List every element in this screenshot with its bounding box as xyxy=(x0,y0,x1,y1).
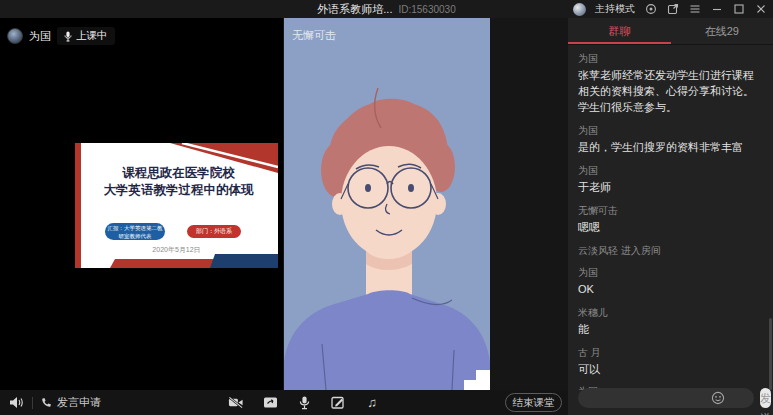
chat-message: 为国于老师 xyxy=(578,164,763,196)
video-stage: 为国 上课中 课程思政在医学院校 大学英语教学过程中的体现 xyxy=(0,18,568,390)
chat-input-row: 发送 xyxy=(568,385,773,411)
chat-message: 无懈可击嗯嗯 xyxy=(578,204,763,236)
app-window: 外语系教师培... ID:15630030 主持模式 xyxy=(0,0,773,415)
class-status-text: 上课中 xyxy=(76,29,108,43)
message-sender: 为国 xyxy=(578,266,763,280)
host-mode-label: 主持模式 xyxy=(595,2,635,16)
chat-input[interactable] xyxy=(578,388,754,408)
presenter-avatar xyxy=(7,28,23,44)
presentation-slide: 课程思政在医学院校 大学英语教学过程中的体现 汇报：大学英语第二教 研室教师代表… xyxy=(75,143,278,268)
slide-title-line2: 大学英语教学过程中的体现 xyxy=(85,182,272,199)
message-sender: 无懈可击 xyxy=(578,204,763,218)
user-avatar[interactable] xyxy=(573,3,586,16)
tab-online-list[interactable]: 在线29 xyxy=(671,18,773,44)
end-class-button[interactable]: 结束课堂 xyxy=(505,393,562,412)
share-screen-icon[interactable] xyxy=(262,395,278,411)
message-sender: 为国 xyxy=(578,52,763,66)
presenter-video-tile[interactable]: 为国 上课中 课程思政在医学院校 大学英语教学过程中的体现 xyxy=(0,18,283,390)
chat-sidebar: 群聊在线29 为国张苹老师经常还发动学生们进行课程相关的资料搜索、心得分享和讨论… xyxy=(568,18,773,415)
message-sender: 为国 xyxy=(578,124,763,138)
mic-icon xyxy=(64,31,72,42)
close-icon[interactable] xyxy=(754,3,767,16)
student-video-tile[interactable]: 无懈可击 xyxy=(284,18,490,390)
whiteboard-edit-icon[interactable] xyxy=(330,395,346,411)
class-status-badge: 上课中 xyxy=(57,27,115,45)
bottombar-left: 发言申请 xyxy=(8,390,101,415)
room-id: ID:15630030 xyxy=(398,4,455,15)
microphone-icon[interactable] xyxy=(296,395,312,411)
bottom-toolbar: 发言申请 ♫ 结束课堂 xyxy=(0,390,568,415)
message-sender: 古 月 xyxy=(578,346,763,360)
record-icon[interactable] xyxy=(644,3,657,16)
system-message: 云淡风轻 进入房间 xyxy=(578,244,763,258)
emoji-icon[interactable] xyxy=(711,391,725,405)
chat-message: 为国张苹老师经常还发动学生们进行课程相关的资料搜索、心得分享和讨论。学生们很乐意… xyxy=(578,52,763,116)
share-window-icon[interactable] xyxy=(666,3,679,16)
message-text: 张苹老师经常还发动学生们进行课程相关的资料搜索、心得分享和讨论。学生们很乐意参与… xyxy=(578,68,763,116)
slide-reporter-line1: 汇报：大学英语第二教 xyxy=(105,225,165,233)
window-title: 外语系教师培... xyxy=(317,2,392,17)
toolbar-divider xyxy=(32,397,33,409)
title-bar: 外语系教师培... ID:15630030 主持模式 xyxy=(0,0,773,18)
presenter-name: 为国 xyxy=(29,29,51,44)
presenter-overlay: 为国 上课中 xyxy=(7,27,115,45)
cartoon-avatar xyxy=(284,18,490,390)
message-sender: 米穗儿 xyxy=(578,306,763,320)
student-name: 无懈可击 xyxy=(292,28,336,43)
message-sender: 为国 xyxy=(578,164,763,178)
system-message-text: 云淡风轻 进入房间 xyxy=(578,244,763,258)
speak-request-button[interactable]: 发言申请 xyxy=(41,395,101,410)
slide-department-badge: 部门：外语系 xyxy=(187,225,241,238)
camera-off-icon[interactable] xyxy=(228,395,244,411)
message-text: 是的，学生们搜罗的资料非常丰富 xyxy=(578,140,763,156)
chat-message: 为国是的，学生们搜罗的资料非常丰富 xyxy=(578,124,763,156)
send-button[interactable]: 发送 xyxy=(760,388,771,408)
chat-message: 古 月可以 xyxy=(578,346,763,378)
menu-icon[interactable] xyxy=(688,3,701,16)
chat-message: 为国OK xyxy=(578,266,763,298)
minimize-icon[interactable] xyxy=(710,3,723,16)
chat-list[interactable]: 为国张苹老师经常还发动学生们进行课程相关的资料搜索、心得分享和讨论。学生们很乐意… xyxy=(568,46,773,390)
slide-reporter-badge: 汇报：大学英语第二教 研室教师代表 xyxy=(105,223,165,240)
bottombar-center: ♫ xyxy=(228,390,380,415)
slide-date: 2020年5月12日 xyxy=(75,245,278,255)
titlebar-controls: 主持模式 xyxy=(573,0,767,18)
phone-icon xyxy=(41,397,52,408)
chat-message: 米穗儿能 xyxy=(578,306,763,338)
message-text: 能 xyxy=(578,322,763,338)
slide-reporter-line2: 研室教师代表 xyxy=(105,233,165,241)
tab-group-chat[interactable]: 群聊 xyxy=(568,18,671,44)
speaker-icon[interactable] xyxy=(8,395,24,411)
speak-request-label: 发言申请 xyxy=(57,395,101,410)
chat-scrollbar[interactable] xyxy=(769,318,772,390)
slide-title: 课程思政在医学院校 大学英语教学过程中的体现 xyxy=(85,165,272,199)
message-text: 可以 xyxy=(578,362,763,378)
message-text: 于老师 xyxy=(578,180,763,196)
slide-title-line1: 课程思政在医学院校 xyxy=(85,165,272,182)
maximize-icon[interactable] xyxy=(732,3,745,16)
sidebar-tabs: 群聊在线29 xyxy=(568,18,773,45)
message-text: 嗯嗯 xyxy=(578,220,763,236)
music-icon[interactable]: ♫ xyxy=(364,395,380,411)
message-text: OK xyxy=(578,282,763,298)
